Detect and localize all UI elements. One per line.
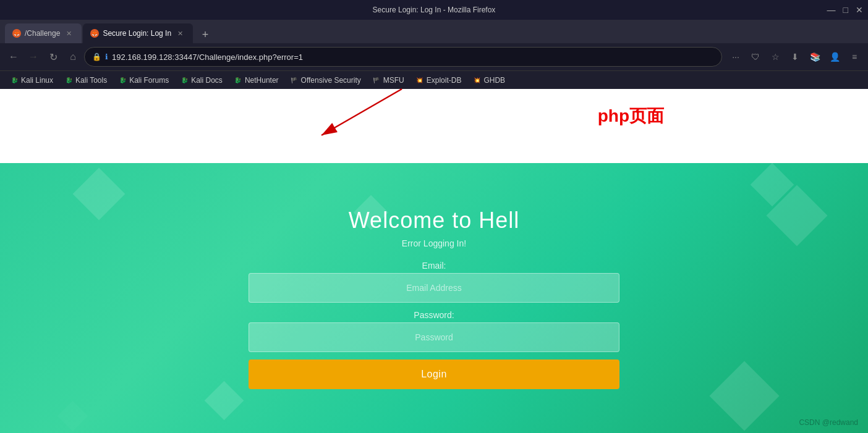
- email-input[interactable]: [249, 273, 619, 303]
- main-content: Welcome to Hell Error Logging In! Email:…: [0, 163, 868, 433]
- tab-challenge[interactable]: 🦊 /Challenge ✕: [5, 23, 82, 43]
- menu-button[interactable]: ≡: [846, 48, 863, 65]
- deco-square-6: [709, 361, 779, 431]
- bookmark-button[interactable]: ☆: [767, 48, 784, 65]
- maximize-button[interactable]: □: [843, 5, 848, 15]
- deco-square-7: [57, 401, 88, 431]
- tab-favicon-2: 🦊: [90, 29, 99, 38]
- bookmark-label: Kali Linux: [21, 76, 53, 85]
- annotation-arrow-svg: [260, 83, 445, 151]
- bookmark-label: Kali Docs: [191, 76, 223, 85]
- reload-button[interactable]: ↻: [45, 48, 62, 65]
- back-button[interactable]: ←: [5, 48, 22, 65]
- login-error-message: Error Logging In!: [402, 238, 466, 248]
- more-button[interactable]: ···: [727, 48, 744, 65]
- bookmark-label: Kali Tools: [75, 76, 107, 85]
- security-icon: 🔒: [92, 53, 101, 61]
- watermark: CSDN @redwand: [799, 418, 858, 427]
- password-input[interactable]: [249, 322, 619, 352]
- bookmark-kali-docs[interactable]: 🐉 Kali Docs: [175, 74, 228, 86]
- bookmark-label: Kali Forums: [129, 76, 169, 85]
- browser-titlebar: Secure Login: Log In - Mozilla Firefox —…: [0, 0, 868, 20]
- login-form-container: Welcome to Hell Error Logging In! Email:…: [249, 208, 619, 389]
- browser-title: Secure Login: Log In - Mozilla Firefox: [373, 6, 496, 14]
- nav-actions: ··· 🛡 ☆ ⬇ 📚 👤 ≡: [727, 48, 863, 65]
- kali-linux-icon: 🐉: [10, 76, 19, 85]
- minimize-button[interactable]: —: [827, 5, 836, 15]
- bookmark-label: GHDB: [483, 76, 505, 85]
- kali-docs-icon: 🐉: [180, 76, 189, 85]
- kali-tools-icon: 🐉: [64, 76, 73, 85]
- svg-line-1: [321, 89, 402, 135]
- window-controls[interactable]: — □ ✕: [827, 5, 863, 15]
- login-button[interactable]: Login: [249, 359, 619, 389]
- tab-close-2[interactable]: ✕: [175, 28, 185, 39]
- bookmark-kali-forums[interactable]: 🐉 Kali Forums: [113, 74, 174, 86]
- bookmark-kali-tools[interactable]: 🐉 Kali Tools: [59, 74, 112, 86]
- tab-label-1: /Challenge: [25, 29, 60, 38]
- new-tab-button[interactable]: +: [197, 26, 214, 43]
- sync-button[interactable]: 👤: [826, 48, 843, 65]
- url-display[interactable]: 192.168.199.128:33447/Challenge/index.ph…: [112, 53, 714, 62]
- info-icon: ℹ: [105, 53, 108, 61]
- tabs-bar: 🦊 /Challenge ✕ 🦊 Secure Login: Log In ✕ …: [0, 20, 868, 43]
- email-form-group: Email:: [249, 261, 619, 303]
- password-form-group: Password:: [249, 310, 619, 352]
- password-label: Password:: [249, 310, 619, 320]
- php-annotation-label: php页面: [598, 104, 664, 128]
- deco-square-5: [205, 381, 244, 421]
- tab-close-1[interactable]: ✕: [64, 28, 74, 39]
- ghdb-icon: 💥: [472, 76, 481, 85]
- forward-button[interactable]: →: [25, 48, 42, 65]
- close-button[interactable]: ✕: [856, 5, 863, 15]
- deco-square-1: [73, 168, 126, 221]
- tab-favicon-1: 🦊: [12, 29, 21, 38]
- library-button[interactable]: 📚: [806, 48, 823, 65]
- tab-secure-login[interactable]: 🦊 Secure Login: Log In ✕: [83, 23, 193, 43]
- download-button[interactable]: ⬇: [786, 48, 804, 65]
- home-button[interactable]: ⌂: [64, 48, 82, 65]
- nethunter-icon: 🐉: [234, 76, 242, 85]
- annotation-area: php页面: [0, 89, 868, 163]
- kali-forums-icon: 🐉: [118, 76, 127, 85]
- shield-button[interactable]: 🛡: [747, 48, 764, 65]
- email-label: Email:: [249, 261, 619, 271]
- bookmark-ghdb[interactable]: 💥 GHDB: [467, 74, 510, 86]
- tab-label-2: Secure Login: Log In: [103, 29, 171, 38]
- login-title: Welcome to Hell: [349, 208, 519, 233]
- bookmark-kali-linux[interactable]: 🐉 Kali Linux: [5, 74, 58, 86]
- address-bar[interactable]: 🔒 ℹ 192.168.199.128:33447/Challenge/inde…: [84, 47, 722, 67]
- navigation-bar: ← → ↻ ⌂ 🔒 ℹ 192.168.199.128:33447/Challe…: [0, 43, 868, 70]
- url-text: 192.168.199.128:33447/Challenge/index.ph…: [112, 53, 303, 62]
